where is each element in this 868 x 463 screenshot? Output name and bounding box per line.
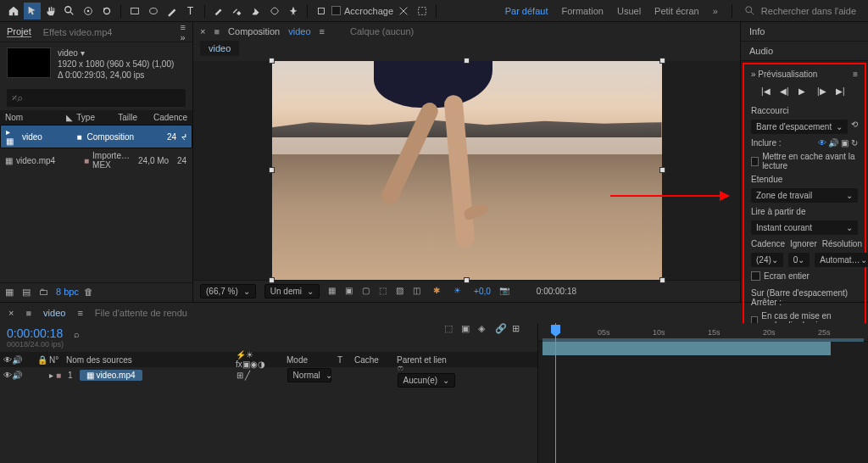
skip-dropdown[interactable]: 0⌄ xyxy=(788,253,810,267)
exposure-icon[interactable]: ☀ xyxy=(453,286,465,298)
comp-name[interactable]: video xyxy=(288,26,310,36)
preview-menu-icon[interactable]: ≡ xyxy=(853,70,858,79)
project-row-comp[interactable]: ▸ ▦video■ Composition 24 ᔪ xyxy=(0,125,192,148)
cadence-dropdown[interactable]: (24)⌄ xyxy=(751,253,783,267)
next-frame-button[interactable]: |▶ xyxy=(817,86,829,98)
guides-icon[interactable]: ▣ xyxy=(345,286,357,298)
interpret-icon[interactable]: ▦ xyxy=(5,287,17,298)
ellipse-tool-icon[interactable] xyxy=(145,3,162,20)
last-frame-button[interactable]: ▶| xyxy=(836,86,848,98)
tl-btn4-icon[interactable]: 🔗 xyxy=(495,323,507,335)
prev-frame-button[interactable]: ◀| xyxy=(780,86,792,98)
speaker-icon[interactable]: 🔊 xyxy=(828,138,838,148)
hand-tool-icon[interactable] xyxy=(42,3,59,20)
first-frame-button[interactable]: |◀ xyxy=(761,86,773,98)
col-size[interactable]: Taille xyxy=(118,113,150,122)
ws-more-icon[interactable]: » xyxy=(713,6,718,16)
panel-menu-icon[interactable]: ≡» xyxy=(181,22,186,42)
reso-dropdown[interactable]: Automat…⌄ xyxy=(815,253,868,267)
roto-tool-icon[interactable] xyxy=(266,3,283,20)
comp-timecode[interactable]: 0:00:00:18 xyxy=(537,287,576,296)
tl-comp-tab[interactable]: video xyxy=(43,308,65,318)
3d-icon[interactable]: ◫ xyxy=(413,286,425,298)
tl-render-queue-tab[interactable]: File d'attente de rendu xyxy=(95,308,187,318)
col-tag-icon[interactable]: ◣ xyxy=(66,113,73,122)
brush-tool-icon[interactable] xyxy=(210,3,227,20)
current-timecode[interactable]: 0:00:00:18 xyxy=(7,326,63,340)
rect-tool-icon[interactable] xyxy=(126,3,143,20)
snap-opt2-icon[interactable] xyxy=(414,3,431,20)
tab-project[interactable]: Projet xyxy=(7,26,31,37)
comp-subtab[interactable]: video xyxy=(200,41,239,56)
exposure-value[interactable]: +0,0 xyxy=(474,287,491,296)
playhead[interactable] xyxy=(555,323,556,463)
ws-tab-usual[interactable]: Usuel xyxy=(617,6,641,16)
list-view-icon[interactable]: ▤ xyxy=(22,287,34,298)
home-icon[interactable] xyxy=(5,3,22,20)
snap-opt1-icon[interactable] xyxy=(395,3,412,20)
tl-tab-menu-icon[interactable]: ≡ xyxy=(77,308,82,318)
cache-checkbox[interactable] xyxy=(751,157,759,166)
tl-btn1-icon[interactable]: ⬚ xyxy=(444,323,456,335)
fullscreen-checkbox[interactable] xyxy=(751,271,760,281)
clone-tool-icon[interactable] xyxy=(229,3,246,20)
grid-icon[interactable]: ▦ xyxy=(328,286,340,298)
resolution-dropdown[interactable]: Un demi⌄ xyxy=(264,284,320,298)
overlay-icon[interactable]: ▣ xyxy=(841,138,849,148)
eye-icon[interactable]: 👁 xyxy=(818,138,826,148)
col-type[interactable]: Type xyxy=(76,113,114,122)
col-mode[interactable]: Mode xyxy=(283,355,334,365)
project-row-footage[interactable]: ▦video.mp4■ Importe…MEX 24,0 Mo 24 xyxy=(0,148,192,172)
transparency-icon[interactable]: ▨ xyxy=(396,286,408,298)
pen-tool-icon[interactable] xyxy=(164,3,181,20)
zoom-tool-icon[interactable] xyxy=(61,3,78,20)
help-search[interactable]: Rechercher dans l'aide xyxy=(737,5,863,17)
text-tool-icon[interactable]: T xyxy=(182,3,199,20)
ws-tab-formation[interactable]: Formation xyxy=(561,6,604,16)
parent-dropdown[interactable]: Aucun(e) ⌄ xyxy=(398,373,456,388)
col-fps[interactable]: Cadence xyxy=(153,113,187,122)
col-sources[interactable]: Nom des sources xyxy=(63,355,232,365)
zoom-dropdown[interactable]: (66,7 %)⌄ xyxy=(200,284,256,298)
loop-icon[interactable]: ↻ xyxy=(851,138,858,148)
playfrom-dropdown[interactable]: Instant courant⌄ xyxy=(751,220,858,235)
snap-rect-icon[interactable] xyxy=(313,3,330,20)
bpc-button[interactable]: 8 bpc xyxy=(56,287,79,298)
tl-btn2-icon[interactable]: ▣ xyxy=(461,323,473,335)
color-mgmt-icon[interactable]: ✱ xyxy=(433,286,445,298)
tl-btn5-icon[interactable]: ⊞ xyxy=(512,323,524,335)
mask-icon[interactable]: ▢ xyxy=(362,286,374,298)
trash-icon[interactable]: 🗑 xyxy=(84,287,96,298)
layer-track-bar[interactable] xyxy=(542,342,831,355)
comp-flow-icon[interactable]: ᔪ xyxy=(181,132,186,142)
blend-mode-dropdown[interactable]: Normal ⌄ xyxy=(287,368,331,382)
tl-btn3-icon[interactable]: ◈ xyxy=(478,323,490,335)
snapping-checkbox[interactable] xyxy=(331,6,341,15)
selection-tool-icon[interactable] xyxy=(24,3,41,20)
rotate-tool-icon[interactable] xyxy=(98,3,115,20)
tab-info[interactable]: Info xyxy=(741,22,868,42)
tl-search-icon[interactable]: ⌕ xyxy=(74,329,80,339)
shortcut-dropdown[interactable]: Barre d'espacement⌄ xyxy=(751,120,848,134)
composition-viewport[interactable] xyxy=(193,61,740,280)
pin-tool-icon[interactable] xyxy=(285,3,302,20)
orbit-tool-icon[interactable] xyxy=(80,3,97,20)
project-search-input[interactable] xyxy=(7,89,186,107)
eraser-tool-icon[interactable] xyxy=(248,3,264,20)
timeline-layer-row[interactable]: 👁🔊 ▸ ■ 1 ▦ video.mp4 ⊞ ╱ Normal ⌄ ෆ Aucu… xyxy=(0,367,537,382)
roi-icon[interactable]: ⬚ xyxy=(379,286,391,298)
tab-effects[interactable]: Effets video.mp4 xyxy=(43,27,113,37)
col-name[interactable]: Nom xyxy=(5,113,63,122)
folder-icon[interactable]: 🗀 xyxy=(39,287,51,298)
nav-back-icon[interactable]: × xyxy=(200,26,205,36)
asset-thumbnail[interactable] xyxy=(7,47,51,78)
range-dropdown[interactable]: Zone de travail⌄ xyxy=(751,188,858,203)
snapshot-icon[interactable]: 📷 xyxy=(499,286,511,298)
reset-icon[interactable]: ⟲ xyxy=(851,120,858,134)
tab-audio[interactable]: Audio xyxy=(741,42,868,61)
tl-close-icon[interactable]: × xyxy=(8,308,14,318)
ws-tab-default[interactable]: Par défaut xyxy=(505,6,548,16)
col-cache[interactable]: Cache xyxy=(351,355,393,365)
ws-tab-small[interactable]: Petit écran xyxy=(654,6,699,16)
play-button[interactable]: ▶ xyxy=(798,86,810,98)
